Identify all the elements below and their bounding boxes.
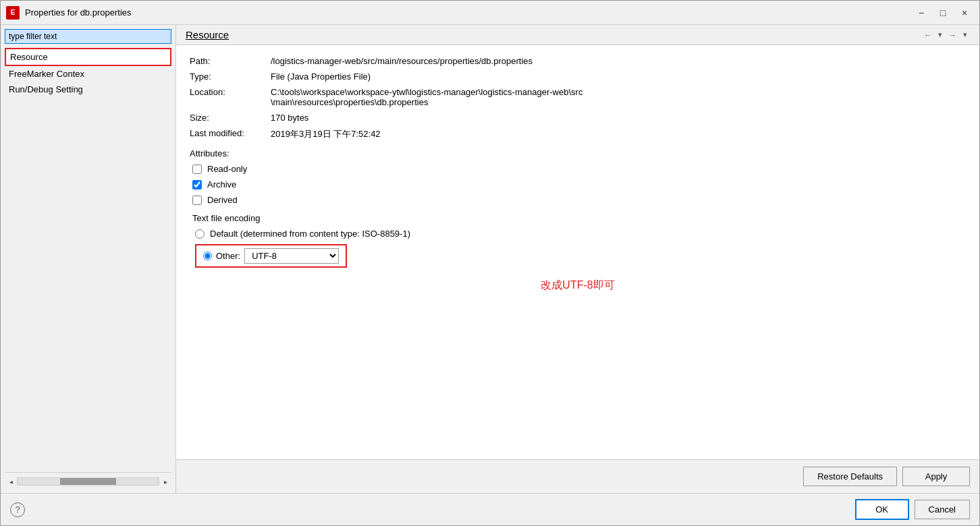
readonly-checkbox[interactable] bbox=[192, 165, 202, 174]
filter-input[interactable] bbox=[5, 29, 171, 44]
lastmod-row: Last modified: 2019年3月19日 下午7:52:42 bbox=[190, 128, 966, 140]
footer-left: ? bbox=[10, 502, 25, 517]
sidebar-right-arrow[interactable]: ▸ bbox=[159, 475, 171, 488]
archive-checkbox[interactable] bbox=[192, 180, 202, 189]
minimize-button[interactable]: − bbox=[912, 5, 931, 20]
default-encoding-row: Default (determined from content type: I… bbox=[195, 229, 966, 239]
encoding-select[interactable]: UTF-8 ISO-8859-1 UTF-16 US-ASCII windows… bbox=[244, 248, 339, 264]
archive-row: Archive bbox=[192, 179, 966, 189]
sidebar-left-arrow[interactable]: ◂ bbox=[5, 475, 17, 488]
restore-defaults-button[interactable]: Restore Defaults bbox=[803, 467, 897, 486]
derived-row: Derived bbox=[192, 195, 966, 205]
nav-controls: ← ▾ → ▾ bbox=[921, 29, 970, 40]
apply-button[interactable]: Apply bbox=[902, 467, 970, 486]
location-row: Location: C:\tools\workspace\workspace-y… bbox=[190, 87, 966, 107]
annotation-text: 改成UTF-8即可 bbox=[190, 279, 966, 293]
type-row: Type: File (Java Properties File) bbox=[190, 71, 966, 82]
size-row: Size: 170 bytes bbox=[190, 113, 966, 123]
sidebar-item-rundebug[interactable]: Run/Debug Setting bbox=[5, 82, 171, 97]
path-label: Path: bbox=[190, 56, 271, 66]
sidebar-item-resource[interactable]: Resource bbox=[5, 48, 171, 66]
type-value: File (Java Properties File) bbox=[271, 71, 966, 82]
ok-button[interactable]: OK bbox=[855, 499, 909, 520]
nav-back-button[interactable]: ← bbox=[921, 30, 934, 40]
window-footer: ? OK Cancel bbox=[1, 493, 979, 525]
content-body: Path: /logistics-manager-web/src/main/re… bbox=[176, 45, 979, 459]
sidebar-bottom: ◂ ▸ bbox=[5, 472, 171, 489]
size-value: 170 bytes bbox=[271, 113, 966, 123]
lastmod-value: 2019年3月19日 下午7:52:42 bbox=[271, 128, 966, 140]
other-encoding-highlight: Other: UTF-8 ISO-8859-1 UTF-16 US-ASCII … bbox=[195, 244, 347, 268]
app-icon: E bbox=[6, 6, 20, 20]
content-header: Resource ← ▾ → ▾ bbox=[176, 25, 979, 45]
other-encoding-radio[interactable] bbox=[203, 252, 212, 260]
window-title: Properties for db.properties bbox=[25, 7, 912, 18]
encoding-section: Text file encoding Default (determined f… bbox=[192, 213, 966, 268]
sidebar: Resource FreeMarker Contex Run/Debug Set… bbox=[1, 25, 176, 493]
content-title: Resource bbox=[186, 29, 229, 40]
lastmod-label: Last modified: bbox=[190, 128, 271, 138]
help-button[interactable]: ? bbox=[10, 502, 25, 517]
nav-forward-dropdown[interactable]: ▾ bbox=[960, 29, 970, 40]
readonly-row: Read-only bbox=[192, 164, 966, 174]
window-controls: − □ × bbox=[912, 5, 974, 20]
footer-right: OK Cancel bbox=[855, 499, 970, 520]
type-label: Type: bbox=[190, 71, 271, 82]
default-encoding-radio[interactable] bbox=[195, 229, 205, 239]
nav-forward-button[interactable]: → bbox=[946, 30, 959, 40]
size-label: Size: bbox=[190, 113, 271, 123]
title-bar: E Properties for db.properties − □ × bbox=[1, 1, 979, 25]
content-area: Resource ← ▾ → ▾ Path: /logistics-manage… bbox=[176, 25, 979, 493]
other-encoding-container: Other: UTF-8 ISO-8859-1 UTF-16 US-ASCII … bbox=[195, 244, 966, 268]
main-content: Resource FreeMarker Contex Run/Debug Set… bbox=[1, 25, 979, 493]
sidebar-item-freemarker[interactable]: FreeMarker Contex bbox=[5, 66, 171, 82]
properties-dialog: E Properties for db.properties − □ × Res… bbox=[0, 0, 980, 526]
location-label: Location: bbox=[190, 87, 271, 97]
default-encoding-label[interactable]: Default (determined from content type: I… bbox=[210, 229, 410, 239]
derived-checkbox[interactable] bbox=[192, 196, 202, 205]
nav-back-dropdown[interactable]: ▾ bbox=[935, 29, 945, 40]
archive-label[interactable]: Archive bbox=[207, 179, 236, 189]
sidebar-scrollbar[interactable] bbox=[17, 477, 159, 486]
close-button[interactable]: × bbox=[955, 5, 974, 20]
encoding-title: Text file encoding bbox=[192, 213, 966, 223]
readonly-label[interactable]: Read-only bbox=[207, 164, 247, 174]
derived-label[interactable]: Derived bbox=[207, 195, 238, 205]
other-label[interactable]: Other: bbox=[216, 251, 240, 261]
cancel-button[interactable]: Cancel bbox=[915, 500, 970, 519]
location-value: C:\tools\workspace\workspace-ytwl\logist… bbox=[271, 87, 966, 107]
maximize-button[interactable]: □ bbox=[933, 5, 952, 20]
path-value: /logistics-manager-web/src/main/resource… bbox=[271, 56, 966, 66]
attributes-title: Attributes: bbox=[190, 148, 966, 158]
path-row: Path: /logistics-manager-web/src/main/re… bbox=[190, 56, 966, 66]
info-table: Path: /logistics-manager-web/src/main/re… bbox=[190, 56, 966, 140]
content-footer: Restore Defaults Apply bbox=[176, 459, 979, 493]
